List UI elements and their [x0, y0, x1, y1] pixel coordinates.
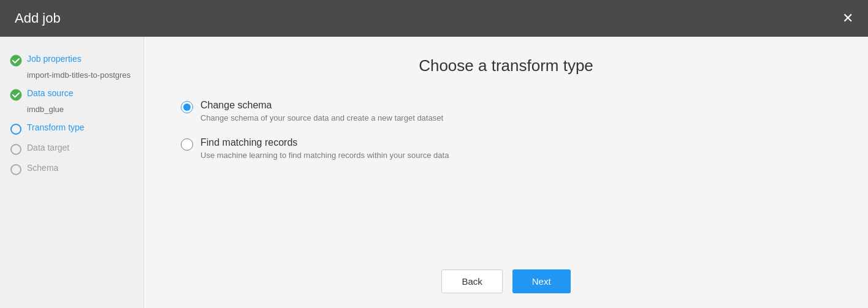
- svg-point-0: [10, 55, 21, 66]
- modal-title: Add job: [15, 10, 61, 26]
- check-circle-icon-2: [10, 89, 22, 101]
- option-change-schema: Change schema Change schema of your sour…: [181, 100, 831, 122]
- modal-header: Add job ✕: [0, 0, 868, 37]
- circle-blue-icon: [10, 123, 22, 135]
- footer-actions: Back Next: [181, 257, 831, 293]
- svg-point-1: [10, 89, 21, 100]
- option-find-matching-text: Find matching records Use machine learni…: [200, 137, 449, 160]
- page-title: Choose a transform type: [181, 56, 831, 75]
- sidebar-step-data-source[interactable]: Data source: [10, 86, 134, 103]
- sidebar-item-schema: Schema: [10, 160, 134, 178]
- options-area: Change schema Change schema of your sour…: [181, 100, 831, 257]
- circle-gray-icon: [10, 143, 22, 156]
- sidebar-item-data-target: Data target: [10, 140, 134, 158]
- option-find-matching-records: Find matching records Use machine learni…: [181, 137, 831, 160]
- sidebar-step-job-properties-subtext: import-imdb-titles-to-postgres: [27, 70, 134, 81]
- close-button[interactable]: ✕: [842, 12, 853, 25]
- sidebar-item-transform-type: Transform type: [10, 120, 134, 138]
- sidebar-step-data-source-label: Data source: [27, 88, 73, 98]
- radio-find-matching-records[interactable]: [181, 138, 193, 151]
- check-circle-icon: [10, 54, 22, 67]
- radio-change-schema[interactable]: [181, 101, 193, 113]
- svg-point-2: [11, 124, 21, 134]
- svg-point-3: [11, 145, 21, 154]
- option-change-schema-desc: Change schema of your source data and cr…: [200, 113, 443, 122]
- option-change-schema-text: Change schema Change schema of your sour…: [200, 100, 443, 122]
- sidebar-item-data-source: Data source imdb_glue: [10, 86, 134, 115]
- svg-point-4: [11, 165, 21, 175]
- sidebar-step-data-source-subtext: imdb_glue: [27, 105, 134, 115]
- option-change-schema-label: Change schema: [200, 100, 443, 111]
- sidebar-item-job-properties: Job properties import-imdb-titles-to-pos…: [10, 51, 134, 81]
- modal-body: Job properties import-imdb-titles-to-pos…: [0, 37, 868, 308]
- sidebar-step-data-target: Data target: [10, 140, 134, 158]
- sidebar-step-data-target-label: Data target: [27, 143, 69, 152]
- sidebar-step-schema: Schema: [10, 160, 134, 178]
- sidebar: Job properties import-imdb-titles-to-pos…: [0, 37, 144, 308]
- option-find-matching-label: Find matching records: [200, 137, 449, 148]
- sidebar-step-transform-type[interactable]: Transform type: [10, 120, 134, 138]
- next-button[interactable]: Next: [512, 269, 571, 293]
- sidebar-step-transform-type-label: Transform type: [27, 122, 85, 132]
- back-button[interactable]: Back: [441, 269, 502, 293]
- sidebar-step-job-properties[interactable]: Job properties: [10, 51, 134, 69]
- sidebar-step-schema-label: Schema: [27, 163, 58, 173]
- sidebar-step-job-properties-label: Job properties: [27, 54, 82, 64]
- add-job-modal: Add job ✕ Job properties import-imdb-tit…: [0, 0, 868, 308]
- option-find-matching-desc: Use machine learning to find matching re…: [200, 151, 449, 160]
- circle-gray-icon-2: [10, 163, 22, 176]
- main-content: Choose a transform type Change schema Ch…: [144, 37, 868, 308]
